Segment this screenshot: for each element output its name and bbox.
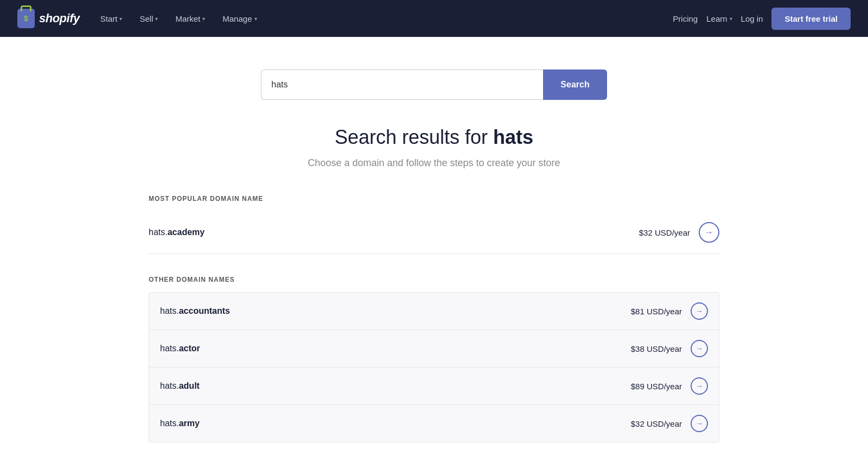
search-row: Search [149,69,719,100]
domain-name-3: hats.army [160,419,200,428]
domain-price-3: $32 USD/year [631,419,682,428]
popular-select-button[interactable]: → [699,222,719,243]
domain-price-0: $81 USD/year [631,307,682,316]
chevron-down-icon: ▾ [202,16,205,22]
chevron-down-icon: ▾ [254,16,257,22]
start-trial-button[interactable]: Start free trial [771,8,851,30]
domain-name-1: hats.actor [160,344,200,353]
domain-select-button-1[interactable]: → [691,340,708,357]
nav-right: Pricing Learn ▾ Log in Start free trial [673,8,851,30]
pricing-button[interactable]: Pricing [673,14,698,23]
nav-item-start[interactable]: Start ▾ [93,10,130,28]
nav-menu: Start ▾ Sell ▾ Market ▾ Manage ▾ [93,10,265,28]
results-subheading: Choose a domain and follow the steps to … [149,157,719,169]
nav-left: $ shopify Start ▾ Sell ▾ Market ▾ Manage… [17,9,265,28]
nav-item-manage[interactable]: Manage ▾ [215,10,264,28]
logo-text: shopify [39,11,80,26]
other-section-label: OTHER DOMAIN NAMES [149,276,719,283]
chevron-down-icon: ▾ [730,16,732,22]
popular-price-row: $32 USD/year → [639,222,719,243]
domain-row: hats.actor $38 USD/year → [149,330,719,368]
search-input[interactable] [261,69,543,100]
domain-price-2: $89 USD/year [631,382,682,391]
domain-name-2: hats.adult [160,381,200,391]
domain-price-1: $38 USD/year [631,344,682,353]
login-button[interactable]: Log in [741,14,763,23]
popular-domain-section: MOST POPULAR DOMAIN NAME hats.academy $3… [149,195,719,254]
domain-row: hats.accountants $81 USD/year → [149,293,719,330]
results-heading: Search results for hats [149,126,719,149]
popular-domain-price: $32 USD/year [639,228,690,237]
logo-icon: $ [17,9,35,28]
domain-list: hats.accountants $81 USD/year → hats.act… [149,292,719,442]
nav-item-sell[interactable]: Sell ▾ [132,10,165,28]
main-content: Search Search results for hats Choose a … [136,37,732,464]
domain-row: hats.adult $89 USD/year → [149,368,719,405]
popular-domain-row: hats.academy $32 USD/year → [149,211,719,254]
domain-select-button-2[interactable]: → [691,377,708,395]
domain-row: hats.army $32 USD/year → [149,405,719,442]
domain-select-button-3[interactable]: → [691,415,708,432]
navbar: $ shopify Start ▾ Sell ▾ Market ▾ Manage… [0,0,868,37]
popular-domain-name: hats.academy [149,227,205,237]
chevron-down-icon: ▾ [155,16,158,22]
other-domains-section: OTHER DOMAIN NAMES hats.accountants $81 … [149,276,719,442]
domain-name-0: hats.accountants [160,306,230,316]
logo[interactable]: $ shopify [17,9,80,28]
nav-item-market[interactable]: Market ▾ [168,10,213,28]
domain-select-button-0[interactable]: → [691,302,708,320]
chevron-down-icon: ▾ [119,16,122,22]
search-button[interactable]: Search [543,69,607,100]
popular-section-label: MOST POPULAR DOMAIN NAME [149,195,719,203]
learn-button[interactable]: Learn ▾ [706,14,732,23]
